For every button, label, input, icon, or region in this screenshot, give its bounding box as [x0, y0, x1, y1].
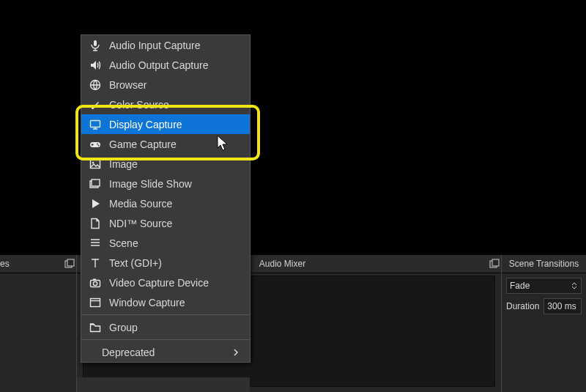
- brush-icon: [89, 98, 102, 111]
- image-icon: [89, 158, 102, 171]
- svg-point-10: [97, 143, 98, 144]
- transition-duration-field[interactable]: 300 ms: [544, 298, 582, 314]
- menu-item-video-capture[interactable]: Video Capture Device: [81, 273, 250, 292]
- play-icon: [89, 197, 102, 210]
- slides-icon: [89, 177, 102, 191]
- menu-item-label: Video Capture Device: [109, 277, 209, 289]
- menu-item-label: Display Capture: [109, 119, 182, 130]
- list-icon: [89, 237, 102, 250]
- menu-item-text-gdi[interactable]: Text (GDI+): [81, 253, 250, 273]
- svg-rect-15: [92, 180, 100, 186]
- scene-transitions-panel: Scene Transitions Fade Duration 300 ms: [502, 255, 586, 392]
- menu-item-label: Game Capture: [109, 138, 177, 150]
- svg-rect-12: [91, 160, 100, 168]
- sources-toolbar: [77, 377, 250, 392]
- svg-rect-6: [91, 120, 100, 127]
- popout-icon[interactable]: [63, 257, 76, 270]
- add-source-menu: Audio Input CaptureAudio Output CaptureB…: [81, 34, 251, 363]
- svg-rect-18: [93, 278, 96, 280]
- file-icon: [89, 217, 102, 230]
- menu-item-label: Scene: [109, 237, 138, 249]
- menu-item-ndi-source[interactable]: NDI™ Source: [81, 213, 250, 233]
- menu-item-media-source[interactable]: Media Source: [81, 193, 250, 213]
- camera-icon: [89, 276, 102, 289]
- svg-rect-3: [492, 259, 499, 266]
- menu-item-audio-output[interactable]: Audio Output Capture: [81, 55, 250, 75]
- menu-item-label: Image: [109, 158, 138, 170]
- window-icon: [89, 296, 102, 309]
- menu-item-label: Browser: [109, 79, 146, 91]
- svg-point-17: [93, 281, 97, 285]
- menu-item-label: Deprecated: [102, 347, 155, 358]
- sources-panel: es: [0, 255, 77, 392]
- menu-item-color-source[interactable]: Color Source: [81, 95, 250, 114]
- menu-item-image[interactable]: Image: [81, 154, 250, 174]
- menu-item-label: Group: [109, 322, 138, 333]
- transition-select-value: Fade: [510, 281, 571, 291]
- menu-item-display-capture[interactable]: Display Capture: [81, 114, 250, 134]
- menu-item-label: Audio Input Capture: [109, 40, 201, 51]
- mic-icon: [89, 39, 102, 52]
- menu-item-image-slide[interactable]: Image Slide Show: [81, 174, 250, 193]
- svg-rect-4: [94, 40, 97, 46]
- menu-item-browser[interactable]: Browser: [81, 75, 250, 95]
- text-icon: [89, 256, 102, 270]
- menu-item-scene[interactable]: Scene: [81, 233, 250, 253]
- menu-separator: [81, 314, 250, 315]
- svg-rect-9: [92, 144, 94, 144]
- menu-item-audio-input[interactable]: Audio Input Capture: [81, 35, 250, 55]
- menu-item-label: Media Source: [109, 198, 172, 210]
- menu-item-group[interactable]: Group: [81, 317, 250, 337]
- menu-item-label: Audio Output Capture: [109, 59, 208, 71]
- scene-transitions-title: Scene Transitions: [502, 259, 586, 269]
- updown-icon: [571, 282, 578, 289]
- menu-item-label: NDI™ Source: [109, 218, 172, 229]
- menu-item-deprecated[interactable]: Deprecated: [81, 342, 250, 362]
- popout-icon[interactable]: [488, 257, 501, 270]
- menu-item-label: Text (GDI+): [109, 257, 162, 269]
- svg-rect-1: [67, 259, 74, 266]
- globe-icon: [89, 78, 102, 92]
- menu-separator: [81, 339, 250, 340]
- sources-panel-title: es: [0, 259, 10, 269]
- chevron-right-icon: [229, 346, 242, 359]
- svg-rect-19: [91, 298, 100, 306]
- gamepad-icon: [89, 138, 102, 151]
- transition-select[interactable]: Fade: [506, 278, 582, 294]
- monitor-icon: [89, 118, 102, 131]
- menu-item-window-capture[interactable]: Window Capture: [81, 292, 250, 312]
- speaker-icon: [89, 59, 102, 72]
- menu-item-game-capture[interactable]: Game Capture: [81, 134, 250, 154]
- svg-point-13: [92, 161, 94, 163]
- transition-duration-value: 300 ms: [547, 301, 576, 311]
- transition-duration-label: Duration: [506, 301, 539, 311]
- menu-item-label: Image Slide Show: [109, 178, 192, 190]
- menu-item-label: Color Source: [109, 99, 169, 111]
- folder-icon: [89, 321, 102, 334]
- menu-item-label: Window Capture: [109, 297, 185, 308]
- svg-point-11: [98, 144, 100, 146]
